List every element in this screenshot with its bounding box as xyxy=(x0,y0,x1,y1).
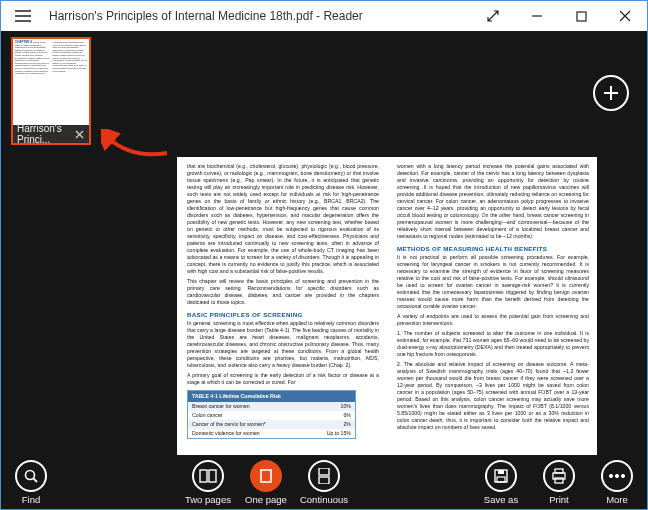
svg-rect-9 xyxy=(497,477,505,482)
bottom-toolbar: Find Two pages One page Continuous Save … xyxy=(1,455,647,509)
document-tab[interactable]: CHAPTER 4 Lorem ipsum dolor sit amet con… xyxy=(11,37,91,145)
svg-point-14 xyxy=(615,474,618,477)
table-lifetime-risk: TABLE 4-1 Lifetime Cumulative Risk Breas… xyxy=(187,390,356,439)
minimize-button[interactable] xyxy=(515,1,559,31)
tab-strip: CHAPTER 4 Lorem ipsum dolor sit amet con… xyxy=(11,37,91,145)
expand-button[interactable] xyxy=(471,1,515,31)
svg-point-15 xyxy=(621,474,624,477)
two-pages-button[interactable]: Two pages xyxy=(184,460,232,505)
one-page-button[interactable]: One page xyxy=(242,460,290,505)
add-tab-button[interactable] xyxy=(593,75,629,111)
document-stage: CHAPTER 4 Lorem ipsum dolor sit amet con… xyxy=(1,31,647,455)
page-column-left: that are biochemical (e.g., cholesterol,… xyxy=(177,157,387,455)
svg-rect-0 xyxy=(577,12,586,21)
close-window-button[interactable] xyxy=(603,1,647,31)
svg-rect-6 xyxy=(319,477,329,484)
continuous-button[interactable]: Continuous xyxy=(300,460,348,505)
print-button[interactable]: Print xyxy=(535,460,583,505)
annotation-arrow xyxy=(101,129,171,163)
maximize-button[interactable] xyxy=(559,1,603,31)
window-title: Harrison's Principles of Internal Medici… xyxy=(45,9,471,23)
svg-point-13 xyxy=(609,474,612,477)
svg-rect-8 xyxy=(498,470,504,474)
save-as-button[interactable]: Save as xyxy=(477,460,525,505)
menu-button[interactable] xyxy=(1,1,45,31)
page-column-right: women with a long latency period increas… xyxy=(387,157,597,455)
svg-rect-5 xyxy=(319,468,329,475)
svg-rect-4 xyxy=(261,470,271,482)
tab-thumbnail: CHAPTER 4 Lorem ipsum dolor sit amet con… xyxy=(13,39,89,125)
more-button[interactable]: More xyxy=(593,460,641,505)
svg-point-1 xyxy=(26,470,35,479)
close-tab-button[interactable] xyxy=(75,127,85,141)
document-page[interactable]: CHAPTER 4 that are biochemical (e.g., ch… xyxy=(177,157,597,455)
svg-rect-2 xyxy=(200,470,207,482)
find-button[interactable]: Find xyxy=(7,460,55,505)
tab-label: Harrison's Princi... xyxy=(17,123,75,145)
titlebar: Harrison's Principles of Internal Medici… xyxy=(1,1,647,31)
svg-rect-3 xyxy=(209,470,216,482)
window: Harrison's Principles of Internal Medici… xyxy=(0,0,648,510)
